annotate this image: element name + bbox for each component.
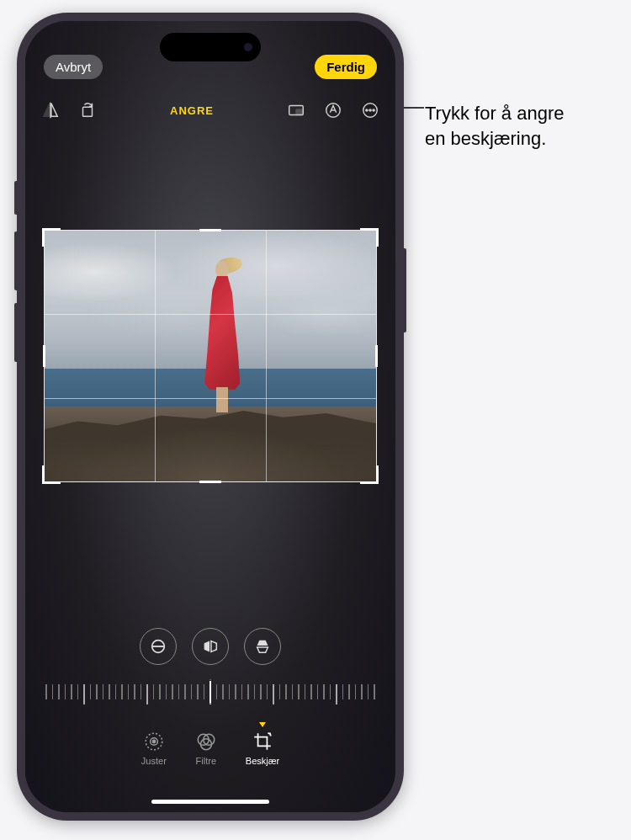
svg-point-8 — [373, 109, 374, 111]
crop-handle-bl[interactable] — [42, 465, 61, 484]
crop-handle-br[interactable] — [360, 465, 379, 484]
svg-point-7 — [369, 109, 371, 111]
phone-frame: Avbryt Ferdig — [17, 13, 404, 821]
svg-point-6 — [366, 109, 368, 111]
photo-preview[interactable] — [45, 231, 376, 481]
undo-button[interactable]: ANGRE — [170, 104, 214, 117]
tab-crop[interactable]: Beskjær — [246, 731, 279, 766]
more-icon[interactable] — [360, 100, 380, 120]
home-indicator[interactable] — [151, 800, 269, 804]
rotation-dial[interactable] — [42, 679, 379, 710]
done-button[interactable]: Ferdig — [315, 55, 377, 79]
tab-adjust[interactable]: Juster — [141, 731, 167, 766]
screen: Avbryt Ferdig — [25, 21, 395, 812]
crop-handle-tr[interactable] — [360, 228, 379, 247]
callout-line1: Trykk for å angre — [425, 101, 564, 126]
crop-frame[interactable] — [44, 230, 377, 482]
svg-rect-3 — [296, 109, 303, 114]
aspect-ratio-icon[interactable] — [286, 100, 306, 120]
callout-text: Trykk for å angre en beskjæring. — [425, 101, 564, 151]
dial-center-tick — [209, 681, 211, 703]
crop-handle-tl[interactable] — [42, 228, 61, 247]
rotate-icon[interactable] — [77, 100, 98, 120]
crop-handle-rm[interactable] — [375, 345, 378, 367]
straighten-button[interactable] — [140, 628, 177, 665]
callout-line2: en beskjæring. — [425, 126, 564, 152]
crop-handle-bm[interactable] — [199, 481, 221, 483]
tab-crop-label: Beskjær — [246, 756, 279, 766]
tab-adjust-label: Juster — [141, 756, 167, 766]
cancel-button[interactable]: Avbryt — [44, 55, 103, 79]
tab-filters[interactable]: Filtre — [195, 731, 217, 766]
crop-handle-tm[interactable] — [199, 229, 221, 231]
dynamic-island — [160, 33, 261, 61]
secondary-toolbar: ANGRE — [25, 93, 395, 127]
tab-filters-label: Filtre — [196, 756, 216, 766]
svg-rect-1 — [83, 107, 93, 116]
perspective-horizontal-button[interactable] — [192, 628, 229, 665]
dial-marker-icon — [206, 679, 215, 680]
flip-horizontal-icon[interactable] — [40, 100, 61, 120]
svg-point-13 — [152, 740, 155, 742]
perspective-vertical-button[interactable] — [244, 628, 281, 665]
crop-handle-lm[interactable] — [43, 345, 45, 367]
markup-icon[interactable] — [323, 100, 343, 120]
transform-buttons — [25, 628, 395, 665]
mode-tabs: Juster Filtre Beskjær — [25, 731, 395, 766]
